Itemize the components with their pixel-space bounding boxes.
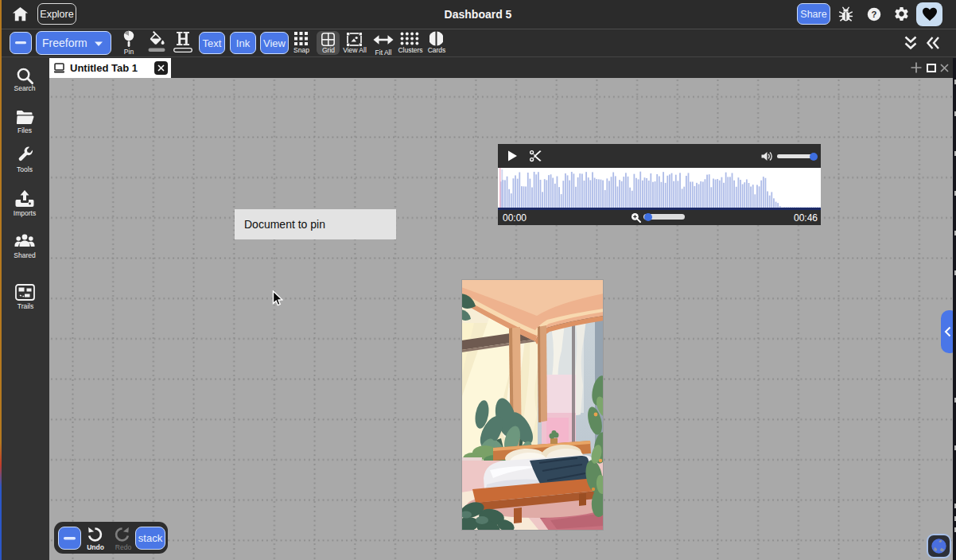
svg-text:?: ? (872, 10, 877, 19)
